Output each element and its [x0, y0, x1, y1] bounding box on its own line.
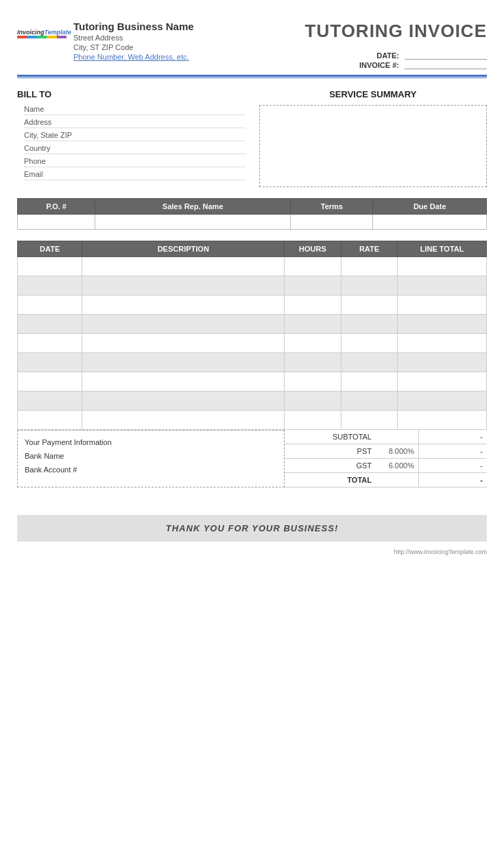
- row-hours[interactable]: [285, 391, 341, 411]
- bill-service-section: BILL TO Name Address City, State ZIP Cou…: [17, 89, 487, 187]
- table-row: [18, 276, 487, 296]
- row-rate[interactable]: [341, 276, 398, 296]
- row-total[interactable]: [398, 296, 487, 315]
- row-total[interactable]: [398, 257, 487, 276]
- invoice-num-row: INVOICE #:: [305, 61, 487, 69]
- table-row: [18, 257, 487, 276]
- row-total[interactable]: [398, 334, 487, 353]
- po-col-duedate: Due Date: [373, 199, 487, 215]
- bill-to-phone[interactable]: Phone: [24, 157, 245, 167]
- row-hours[interactable]: [285, 353, 341, 372]
- row-desc[interactable]: [82, 372, 285, 391]
- row-date[interactable]: [18, 296, 82, 315]
- bill-to-fields: Name Address City, State ZIP Country Pho…: [17, 105, 245, 180]
- pst-pct: 8.000%: [377, 444, 418, 458]
- po-value[interactable]: [18, 215, 95, 230]
- header-divider: [17, 75, 487, 78]
- row-desc[interactable]: [82, 334, 285, 353]
- totals-section: SUBTOTAL - PST 8.000% - GST 6.000% - TOT…: [285, 430, 487, 487]
- duedate-value[interactable]: [373, 215, 487, 230]
- phone-web[interactable]: Phone Number, Web Address, etc.: [73, 53, 194, 61]
- invoice-title: TUTORING INVOICE: [305, 21, 487, 42]
- invoice-meta: DATE: INVOICE #:: [305, 51, 487, 69]
- row-date[interactable]: [18, 411, 82, 430]
- row-desc[interactable]: [82, 391, 285, 411]
- row-desc[interactable]: [82, 315, 285, 334]
- row-hours[interactable]: [285, 315, 341, 334]
- row-date[interactable]: [18, 372, 82, 391]
- row-rate[interactable]: [341, 296, 398, 315]
- row-date[interactable]: [18, 353, 82, 372]
- row-rate[interactable]: [341, 411, 398, 430]
- date-row: DATE:: [305, 51, 487, 60]
- row-desc[interactable]: [82, 276, 285, 296]
- row-hours[interactable]: [285, 296, 341, 315]
- row-total[interactable]: [398, 276, 487, 296]
- terms-value[interactable]: [291, 215, 373, 230]
- logo-invoicing: Invoicing: [17, 29, 45, 36]
- row-date[interactable]: [18, 315, 82, 334]
- row-rate[interactable]: [341, 391, 398, 411]
- po-col-salesrep: Sales Rep. Name: [95, 199, 291, 215]
- bar-red: [17, 36, 27, 38]
- table-row: [18, 296, 487, 315]
- service-summary-section: SERVICE SUMMARY: [259, 89, 488, 187]
- row-rate[interactable]: [341, 334, 398, 353]
- table-row: [18, 372, 487, 391]
- pst-label: PST: [285, 444, 377, 458]
- bill-to-address[interactable]: Address: [24, 118, 245, 128]
- bill-to-country[interactable]: Country: [24, 144, 245, 154]
- row-date[interactable]: [18, 334, 82, 353]
- row-total[interactable]: [398, 353, 487, 372]
- row-hours[interactable]: [285, 276, 341, 296]
- row-rate[interactable]: [341, 372, 398, 391]
- bottom-section: Your Payment Information Bank Name Bank …: [17, 430, 487, 487]
- row-desc[interactable]: [82, 257, 285, 276]
- row-hours[interactable]: [285, 257, 341, 276]
- logo-template: Template: [45, 29, 71, 36]
- bar-green: [37, 36, 47, 38]
- col-rate-header: RATE: [341, 241, 398, 257]
- payment-line1: Your Payment Information: [25, 436, 277, 450]
- table-row: [18, 353, 487, 372]
- subtotal-label: SUBTOTAL: [285, 430, 377, 444]
- total-pct: [377, 477, 418, 483]
- service-summary-box[interactable]: [259, 105, 488, 187]
- row-date[interactable]: [18, 276, 82, 296]
- row-hours[interactable]: [285, 411, 341, 430]
- thank-you-footer: THANK YOU FOR YOUR BUSINESS!: [17, 515, 487, 542]
- row-total[interactable]: [398, 372, 487, 391]
- bill-to-section: BILL TO Name Address City, State ZIP Cou…: [17, 89, 245, 187]
- po-table: P.O. # Sales Rep. Name Terms Due Date: [17, 198, 487, 230]
- gst-row: GST 6.000% -: [285, 459, 487, 473]
- business-info: Tutoring Business Name Street Address Ci…: [73, 21, 194, 61]
- row-rate[interactable]: [341, 353, 398, 372]
- total-row: TOTAL -: [285, 473, 487, 487]
- salesrep-value[interactable]: [95, 215, 291, 230]
- row-desc[interactable]: [82, 411, 285, 430]
- row-date[interactable]: [18, 391, 82, 411]
- date-value[interactable]: [405, 51, 487, 60]
- row-rate[interactable]: [341, 315, 398, 334]
- bill-to-name[interactable]: Name: [24, 105, 245, 115]
- row-total[interactable]: [398, 315, 487, 334]
- row-date[interactable]: [18, 257, 82, 276]
- invoice-num-value[interactable]: [405, 61, 487, 69]
- row-desc[interactable]: [82, 353, 285, 372]
- gst-label: GST: [285, 459, 377, 472]
- table-row: [18, 315, 487, 334]
- watermark: http://www.InvoicingTemplate.com: [17, 548, 487, 555]
- row-desc[interactable]: [82, 296, 285, 315]
- row-hours[interactable]: [285, 334, 341, 353]
- row-total[interactable]: [398, 411, 487, 430]
- invoice-num-label: INVOICE #:: [359, 61, 399, 69]
- bill-to-email[interactable]: Email: [24, 170, 245, 180]
- logo-text: InvoicingTemplate: [17, 29, 71, 36]
- row-hours[interactable]: [285, 372, 341, 391]
- row-total[interactable]: [398, 391, 487, 411]
- city-state-zip: City, ST ZIP Code: [73, 43, 194, 51]
- bill-to-city[interactable]: City, State ZIP: [24, 131, 245, 141]
- business-name: Tutoring Business Name: [73, 21, 194, 32]
- row-rate[interactable]: [341, 257, 398, 276]
- street-address: Street Address: [73, 34, 194, 42]
